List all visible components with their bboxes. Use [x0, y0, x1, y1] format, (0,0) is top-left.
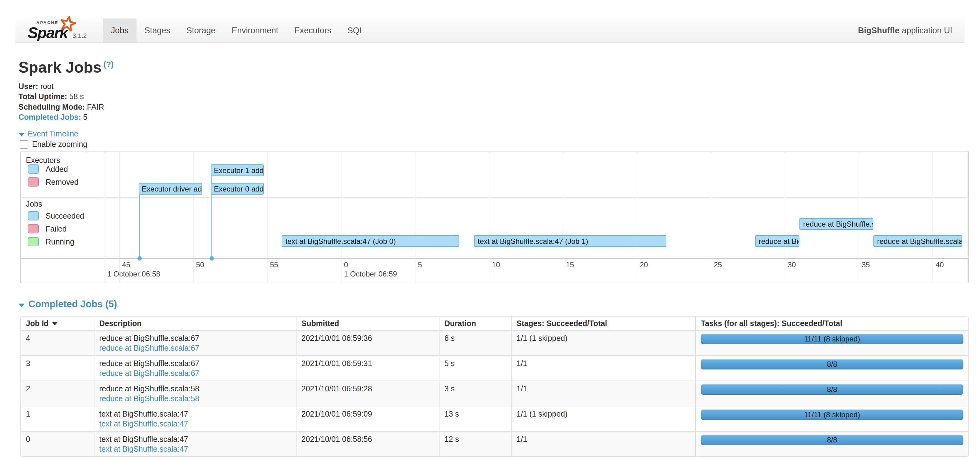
tasks-cell: 8/8	[695, 431, 968, 456]
col-job-id[interactable]: Job Id	[21, 317, 94, 330]
tasks-progress-bar: 8/8	[701, 384, 963, 395]
legend-job-failed: Failed	[28, 224, 67, 233]
help-link[interactable]: (?)	[103, 60, 114, 69]
application-name: BigShuffle	[858, 26, 900, 35]
tasks-cell: 11/11 (8 skipped)	[695, 330, 968, 355]
timeline-job-3-bar[interactable]: reduce at BigShuffle.scala:67 (Job 3)	[799, 218, 873, 230]
stages-cell: 1/1	[511, 431, 695, 456]
description-cell: reduce at BigShuffle.scala:58reduce at B…	[94, 381, 296, 406]
job-detail-link[interactable]: reduce at BigShuffle.scala:67	[99, 344, 199, 352]
duration-cell: 5 s	[439, 355, 511, 381]
timeline-event-executor-0-added: Executor 0 added	[211, 183, 264, 195]
table-header-row: Job Id Description Submitted Duration St…	[21, 317, 968, 330]
col-description[interactable]: Description	[94, 317, 296, 330]
timeline-gridline	[711, 152, 711, 282]
completed-jobs-link[interactable]: Completed Jobs:	[19, 113, 81, 121]
tab-environment[interactable]: Environment	[223, 19, 286, 43]
axis-date-label: 1 October 06:58	[107, 270, 160, 278]
tasks-cell: 8/8	[695, 381, 968, 406]
legend-executors-title: Executors	[26, 156, 60, 165]
axis-tick: 0	[344, 260, 348, 269]
tab-sql[interactable]: SQL	[339, 19, 372, 43]
job-detail-link[interactable]: reduce at BigShuffle.scala:67	[99, 369, 199, 378]
legend-executor-removed: Removed	[28, 178, 79, 187]
legend-succeeded-swatch	[28, 211, 39, 220]
job-detail-link[interactable]: text at BigShuffle.scala:47	[99, 445, 188, 453]
axis-tick: 10	[492, 260, 500, 269]
table-row: 3 reduce at BigShuffle.scala:67reduce at…	[21, 355, 968, 381]
executor-driver-anchor-dot	[137, 256, 142, 260]
table-row: 0 text at BigShuffle.scala:47text at Big…	[21, 431, 968, 456]
timeline-group-separator	[21, 197, 968, 198]
table-row: 2 reduce at BigShuffle.scala:58reduce at…	[21, 381, 968, 406]
tasks-cell: 8/8	[695, 355, 968, 381]
timeline-job-0-bar[interactable]: text at BigShuffle.scala:47 (Job 0)	[282, 235, 459, 247]
info-completed-jobs: Completed Jobs: 5	[19, 112, 104, 122]
axis-tick: 45	[122, 260, 130, 269]
axis-tick: 50	[196, 260, 204, 269]
stages-cell: 1/1 (1 skipped)	[511, 406, 695, 431]
event-timeline-toggle[interactable]: Event Timeline	[19, 129, 78, 138]
timeline-gridline	[267, 152, 267, 282]
summary-info: User: root Total Uptime: 58 s Scheduling…	[19, 81, 104, 122]
legend-running-swatch	[28, 237, 39, 246]
timeline-gridline	[415, 152, 415, 282]
submitted-cell: 2021/10/01 06:58:56	[296, 431, 439, 456]
axis-tick: 25	[714, 260, 722, 269]
application-title: BigShuffle application UI	[858, 19, 964, 43]
timeline-axis-line	[21, 258, 968, 259]
axis-tick: 15	[566, 260, 574, 269]
legend-executor-added: Added	[28, 164, 68, 174]
axis-tick: 55	[270, 260, 278, 269]
description-cell: reduce at BigShuffle.scala:67reduce at B…	[94, 355, 296, 381]
axis-tick: 35	[862, 260, 870, 269]
timeline-job-2-bar[interactable]: reduce at BigShuffle.scala:58 (Job 2)	[755, 235, 799, 247]
enable-zooming-checkbox[interactable]	[20, 140, 29, 149]
timeline-gridline	[193, 152, 194, 282]
stages-cell: 1/1 (1 skipped)	[511, 330, 695, 355]
job-detail-link[interactable]: reduce at BigShuffle.scala:58	[99, 394, 199, 403]
tab-executors[interactable]: Executors	[286, 19, 339, 43]
axis-tick: 30	[788, 260, 796, 269]
tasks-progress-bar: 11/11 (8 skipped)	[701, 409, 963, 420]
completed-jobs-toggle[interactable]: Completed Jobs (5)	[19, 299, 117, 310]
col-submitted[interactable]: Submitted	[296, 317, 439, 330]
duration-cell: 13 s	[439, 406, 511, 431]
tasks-cell: 11/11 (8 skipped)	[695, 406, 968, 431]
timeline-legend-border	[105, 152, 105, 282]
table-row: 1 text at BigShuffle.scala:47text at Big…	[21, 406, 968, 431]
duration-cell: 3 s	[439, 381, 511, 406]
collapse-arrow-icon	[19, 133, 25, 136]
timeline-job-1-bar[interactable]: text at BigShuffle.scala:47 (Job 1)	[474, 235, 666, 247]
timeline-job-4-bar[interactable]: reduce at BigShuffle.scala:67 (Job 4)	[873, 235, 962, 247]
col-tasks[interactable]: Tasks (for all stages): Succeeded/Total	[695, 317, 968, 330]
collapse-arrow-icon	[19, 304, 25, 307]
submitted-cell: 2021/10/01 06:59:31	[296, 355, 439, 381]
tasks-progress-bar: 8/8	[701, 359, 963, 370]
enable-zooming-control[interactable]: Enable zooming	[20, 140, 87, 149]
tab-storage[interactable]: Storage	[178, 19, 224, 43]
col-stages[interactable]: Stages: Succeeded/Total	[511, 317, 695, 330]
timeline-gridline	[784, 152, 785, 282]
submitted-cell: 2021/10/01 06:59:36	[296, 330, 439, 355]
legend-jobs-title: Jobs	[26, 200, 42, 208]
timeline-gridline	[859, 152, 859, 282]
info-uptime: Total Uptime: 58 s	[19, 92, 104, 102]
legend-added-swatch	[28, 164, 39, 174]
col-duration[interactable]: Duration	[439, 317, 511, 330]
application-suffix: application UI	[900, 26, 952, 35]
spark-logo[interactable]: APACHESpark 3.1.2	[16, 19, 87, 43]
duration-cell: 12 s	[439, 431, 511, 456]
completed-jobs-table: Job Id Description Submitted Duration St…	[20, 316, 969, 457]
job-id-cell: 4	[21, 330, 94, 355]
legend-removed-swatch	[28, 178, 39, 187]
stages-cell: 1/1	[511, 381, 695, 406]
timeline-event-executor-1-added: Executor 1 added	[211, 164, 264, 176]
tab-stages[interactable]: Stages	[137, 19, 178, 43]
executor-added-anchor-dot	[210, 256, 214, 260]
tab-jobs[interactable]: Jobs	[103, 19, 137, 43]
submitted-cell: 2021/10/01 06:59:28	[296, 381, 439, 406]
timeline-gridline	[119, 152, 119, 282]
job-detail-link[interactable]: text at BigShuffle.scala:47	[99, 419, 188, 428]
info-user: User: root	[19, 81, 104, 92]
